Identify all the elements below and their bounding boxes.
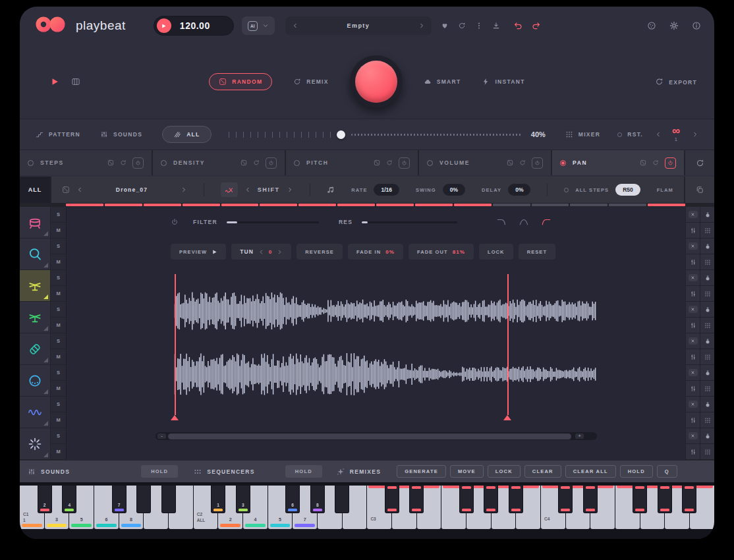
track-tambourine[interactable]	[20, 365, 50, 397]
dice-icon[interactable]	[240, 159, 247, 166]
mute-button-track-2[interactable]: M	[51, 254, 66, 270]
black-key-8[interactable]: 8	[310, 486, 325, 513]
clear-sample-button-track-3[interactable]	[686, 270, 700, 286]
tune-control[interactable]: TUN 0	[231, 244, 291, 260]
filter-lowpass-icon[interactable]	[494, 217, 509, 227]
generate-big-button[interactable]	[350, 55, 403, 108]
clear-button[interactable]: CLEAR	[524, 465, 561, 478]
preview-button[interactable]: PREVIEW	[171, 244, 226, 260]
randomness-slider[interactable]	[229, 129, 522, 140]
sample-end-handle[interactable]	[503, 415, 511, 420]
save-preset-icon[interactable]	[492, 22, 500, 30]
sample-settings-button-track-5[interactable]	[686, 349, 700, 365]
choke-button-track-1[interactable]	[700, 207, 714, 223]
pattern-grid-button-track-2[interactable]	[700, 254, 714, 270]
all-steps-radio[interactable]	[564, 188, 569, 192]
clear-sample-button-track-8[interactable]	[686, 428, 700, 444]
track-shaker[interactable]	[20, 333, 50, 365]
reverse-button[interactable]: REVERSE	[296, 244, 343, 260]
clear-sample-button-track-6[interactable]	[686, 365, 700, 381]
tune-up-icon[interactable]	[277, 249, 283, 255]
fade-out-control[interactable]: FADE OUT 81%	[409, 244, 474, 260]
clear-sample-button-track-2[interactable]	[686, 238, 700, 254]
sample-name[interactable]: Drone_07	[90, 186, 174, 193]
remix-button[interactable]: REMIX	[293, 78, 328, 86]
clear-sample-button-track-7[interactable]	[686, 397, 700, 412]
param-tab-pitch[interactable]: PITCH	[286, 150, 418, 175]
move-button[interactable]: MOVE	[450, 465, 484, 478]
black-key-6[interactable]: 3	[236, 486, 250, 513]
black-key-13[interactable]	[484, 486, 498, 513]
bpm-control[interactable]: 120.00	[154, 16, 234, 36]
shift-left-icon[interactable]	[244, 186, 251, 193]
preset-next-icon[interactable]	[418, 22, 425, 29]
sample-next-icon[interactable]	[181, 186, 187, 193]
bpm-value[interactable]: 120.00	[180, 20, 210, 31]
dice-icon[interactable]	[107, 159, 114, 166]
track-corner-handle[interactable]	[43, 294, 48, 299]
all-steps-value[interactable]: R50	[615, 184, 640, 196]
scrollbar-thumb[interactable]	[168, 434, 571, 439]
smart-button[interactable]: SMART	[424, 78, 461, 86]
lock-remixes-button[interactable]: LOCK	[488, 465, 521, 478]
track-corner-handle[interactable]	[43, 231, 48, 236]
sample-settings-button-track-8[interactable]	[686, 444, 700, 460]
notes-icon[interactable]	[326, 186, 335, 194]
redo-icon[interactable]	[532, 21, 541, 30]
tab-radio[interactable]	[161, 160, 167, 166]
track-hihat-closed[interactable]	[20, 270, 50, 302]
black-key-10[interactable]	[385, 486, 399, 513]
track-corner-handle[interactable]	[43, 358, 48, 362]
all-tracks-button[interactable]: ALL	[162, 126, 211, 143]
mute-button-track-5[interactable]: M	[51, 349, 66, 365]
hold-sequencers-button[interactable]: HOLD	[285, 465, 322, 478]
black-key-15[interactable]	[558, 486, 573, 513]
choke-button-track-7[interactable]	[700, 397, 714, 412]
choke-button-track-4[interactable]	[700, 302, 714, 318]
waveform-scrollbar[interactable]: - +	[155, 432, 597, 440]
zoom-out-button[interactable]: -	[157, 434, 166, 439]
instant-button[interactable]: INSTANT	[482, 78, 524, 86]
reset-button[interactable]: RESET	[519, 244, 556, 260]
clear-sample-button-track-4[interactable]	[686, 302, 700, 318]
delay-value[interactable]: 0%	[508, 184, 530, 196]
black-key-3[interactable]	[136, 486, 151, 513]
ai-menu-button[interactable]: AI	[242, 16, 275, 35]
black-key-1[interactable]: 4	[62, 486, 76, 513]
filter-slider[interactable]	[227, 221, 319, 223]
choke-button-track-3[interactable]	[700, 270, 714, 286]
mute-button-track-1[interactable]: M	[51, 223, 66, 238]
sample-settings-button-track-6[interactable]	[686, 381, 700, 397]
power-icon[interactable]	[266, 157, 277, 169]
preset-name[interactable]: Empty	[298, 22, 418, 29]
sample-start-handle[interactable]	[171, 415, 179, 420]
solo-button-track-8[interactable]: S	[51, 428, 66, 444]
preset-cycle-icon[interactable]	[458, 22, 466, 30]
solo-button-track-2[interactable]: S	[51, 238, 66, 254]
black-key-5[interactable]: 1	[211, 486, 225, 513]
power-icon[interactable]	[665, 157, 676, 169]
quantize-button[interactable]: Q	[657, 465, 677, 478]
sample-prev-icon[interactable]	[76, 186, 83, 193]
cookie-settings-icon[interactable]	[647, 21, 656, 30]
slider-handle[interactable]	[337, 130, 345, 139]
dice-icon[interactable]	[374, 159, 380, 166]
black-key-17[interactable]	[633, 486, 647, 513]
mixer-button[interactable]: MIXER	[565, 130, 600, 138]
black-key-11[interactable]	[409, 486, 424, 513]
sample-settings-button-track-4[interactable]	[686, 318, 700, 333]
black-key-12[interactable]	[459, 486, 474, 513]
preset-prev-icon[interactable]	[292, 22, 298, 29]
pattern-grid-button-track-4[interactable]	[700, 318, 714, 333]
track-kick[interactable]	[20, 207, 50, 238]
track-snare[interactable]	[20, 238, 50, 270]
loop-icon[interactable]	[519, 159, 526, 166]
loop-icon[interactable]	[120, 159, 127, 166]
hold-remixes-button[interactable]: HOLD	[620, 465, 653, 478]
black-key-2[interactable]: 7	[112, 486, 127, 513]
sample-settings-button-track-2[interactable]	[686, 254, 700, 270]
black-key-16[interactable]	[583, 486, 598, 513]
sample-end-marker[interactable]	[507, 274, 509, 415]
sample-range-indicator[interactable]	[66, 204, 685, 206]
track-hihat-open[interactable]	[20, 302, 50, 333]
